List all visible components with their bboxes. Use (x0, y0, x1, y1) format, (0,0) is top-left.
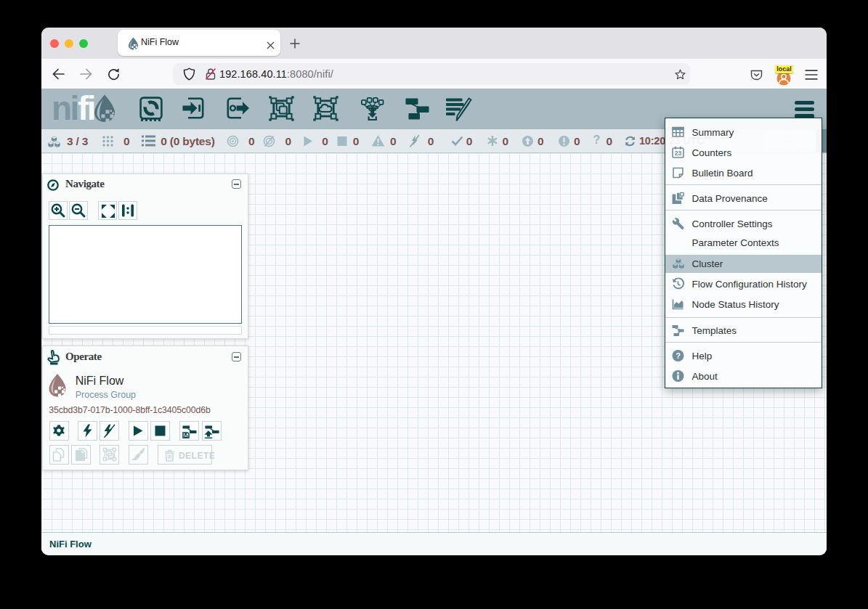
svg-text:?: ? (676, 351, 681, 360)
svg-text:23: 23 (675, 150, 682, 157)
